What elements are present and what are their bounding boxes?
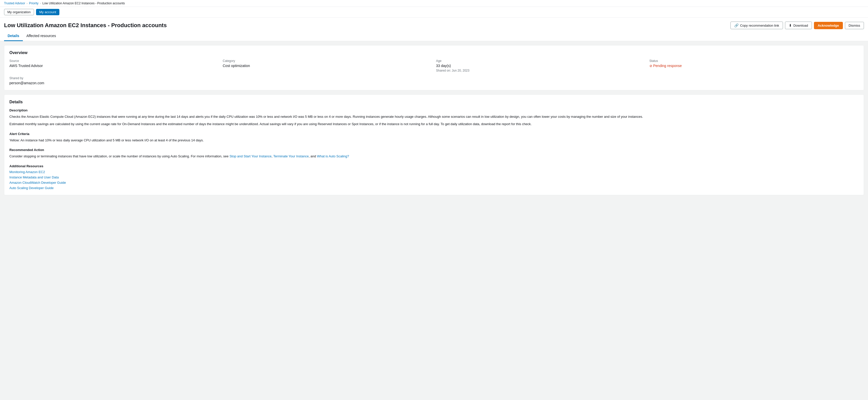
alert-criteria-section: Alert Criteria Yellow: An instance had 1…	[9, 132, 859, 143]
breadcrumb-sep-2: ›	[40, 2, 41, 5]
source-label: Source	[9, 59, 219, 63]
pending-icon: ⊘	[649, 64, 652, 68]
category-label: Category	[223, 59, 432, 63]
status-value: ⊘ Pending response	[649, 64, 859, 68]
recommended-comma-1: ,	[272, 154, 273, 158]
stop-start-link[interactable]: Stop and Start Your Instance	[229, 154, 272, 158]
additional-link-3[interactable]: Auto Scaling Developer Guide	[9, 186, 859, 190]
description-label: Description	[9, 109, 859, 112]
copy-link-label: Copy recommendation link	[740, 24, 779, 27]
age-label: Age	[436, 59, 645, 63]
age-value: 33 day(s)	[436, 64, 645, 68]
overview-card: Overview Source AWS Trusted Advisor Cate…	[4, 45, 864, 90]
status-label: Status	[649, 59, 859, 63]
description-section: Description Checks the Amazon Elastic Co…	[9, 109, 859, 127]
additional-resources-label: Additional Resources	[9, 164, 859, 168]
additional-resources-section: Additional Resources Monitoring Amazon E…	[9, 164, 859, 190]
auto-scaling-link[interactable]: What is Auto Scaling?	[317, 154, 349, 158]
dismiss-button[interactable]: Dismiss	[845, 22, 864, 29]
tab-details[interactable]: Details	[4, 31, 23, 41]
additional-link-1[interactable]: Instance Metadata and User Data	[9, 175, 859, 179]
recommended-action-label: Recommended Action	[9, 148, 859, 152]
download-label: Download	[794, 24, 808, 27]
overview-shared-by: Shared by person@amazon.com	[9, 76, 221, 85]
recommended-action-section: Recommended Action Consider stopping or …	[9, 148, 859, 159]
download-button[interactable]: ⬇ Download	[785, 22, 812, 29]
category-value: Cost optimization	[223, 64, 432, 68]
breadcrumb-sep-1: ›	[27, 2, 27, 5]
copy-recommendation-link-button[interactable]: 🔗 Copy recommendation link	[731, 22, 783, 29]
tabs: Details Affected resources	[0, 31, 868, 41]
recommended-text-prefix: Consider stopping or terminating instanc…	[9, 154, 229, 158]
recommended-action-text: Consider stopping or terminating instanc…	[9, 154, 859, 159]
additional-links: Monitoring Amazon EC2 Instance Metadata …	[9, 170, 859, 190]
overview-grid: Source AWS Trusted Advisor Category Cost…	[9, 59, 859, 72]
breadcrumb-trusted-advisor[interactable]: Trusted Advisor	[4, 2, 25, 5]
overview-second-row: Shared by person@amazon.com	[9, 76, 859, 85]
terminate-link[interactable]: Terminate Your Instance	[273, 154, 309, 158]
download-icon: ⬇	[789, 23, 792, 27]
shared-by-label: Shared by	[9, 76, 221, 80]
page-header: Low Utilization Amazon EC2 Instances - P…	[0, 18, 868, 31]
alert-criteria-label: Alert Criteria	[9, 132, 859, 136]
shared-by-value: person@amazon.com	[9, 81, 221, 85]
scope-tabs: My organization My account	[0, 7, 868, 18]
acknowledge-button[interactable]: Acknowledge	[814, 22, 843, 29]
overview-age: Age 33 day(s) Shared on: Jun 20, 2023	[436, 59, 645, 72]
recommended-and: , and	[309, 154, 317, 158]
main-content: Overview Source AWS Trusted Advisor Cate…	[0, 41, 868, 199]
page-title: Low Utilization Amazon EC2 Instances - P…	[4, 22, 167, 29]
overview-source: Source AWS Trusted Advisor	[9, 59, 219, 72]
overview-title: Overview	[9, 51, 859, 55]
header-actions: 🔗 Copy recommendation link ⬇ Download Ac…	[731, 22, 864, 29]
age-shared: Shared on: Jun 20, 2023	[436, 69, 645, 72]
source-value: AWS Trusted Advisor	[9, 64, 219, 68]
additional-link-0[interactable]: Monitoring Amazon EC2	[9, 170, 859, 174]
details-title: Details	[9, 100, 859, 104]
overview-status: Status ⊘ Pending response	[649, 59, 859, 72]
status-text: Pending response	[653, 64, 682, 68]
link-icon: 🔗	[734, 23, 739, 27]
additional-link-2[interactable]: Amazon CloudWatch Developer Guide	[9, 181, 859, 185]
alert-criteria-text: Yellow: An instance had 10% or less dail…	[9, 138, 859, 143]
description-text-1: Checks the Amazon Elastic Compute Cloud …	[9, 114, 859, 120]
tab-my-account[interactable]: My account	[36, 9, 59, 15]
breadcrumb-priority[interactable]: Priority	[29, 2, 38, 5]
tab-my-organization[interactable]: My organization	[4, 9, 34, 15]
description-text-2: Estimated monthly savings are calculated…	[9, 122, 859, 127]
breadcrumb: Trusted Advisor › Priority › Low Utiliza…	[0, 0, 868, 7]
overview-category: Category Cost optimization	[223, 59, 432, 72]
breadcrumb-current: Low Utilization Amazon EC2 Instances - P…	[42, 2, 125, 5]
tab-affected-resources[interactable]: Affected resources	[23, 31, 59, 41]
details-card: Details Description Checks the Amazon El…	[4, 94, 864, 195]
